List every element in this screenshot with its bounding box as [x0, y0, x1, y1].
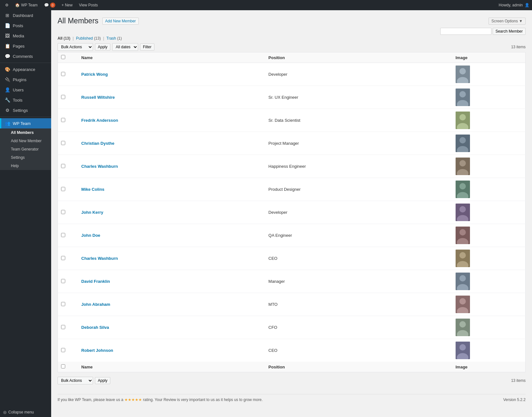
row-checkbox-13[interactable] — [61, 348, 65, 352]
row-checkbox-cell — [58, 155, 78, 178]
row-checkbox-10[interactable] — [61, 279, 65, 283]
wp-team-submenu: All Members Add New Member Team Generato… — [0, 128, 51, 170]
svg-point-37 — [459, 344, 466, 351]
member-name-link-3[interactable]: Fredrik Andersson — [81, 118, 118, 123]
sidebar-item-label: WP Team — [13, 121, 31, 126]
submenu-item-help[interactable]: Help — [0, 162, 51, 170]
comment-item[interactable]: 💬 0 — [42, 0, 58, 10]
sidebar-item-users[interactable]: 👤 Users — [0, 85, 51, 95]
appearance-icon: 🎨 — [4, 67, 10, 72]
member-avatar-8 — [456, 227, 470, 244]
member-name-link-5[interactable]: Charles Washburn — [81, 164, 118, 169]
dashboard-icon: ⊞ — [4, 13, 10, 18]
row-position-cell: Manager — [265, 270, 452, 293]
table-row: David Franklin Manager — [58, 270, 526, 293]
row-checkbox-7[interactable] — [61, 210, 65, 214]
sidebar-item-media[interactable]: 🖼 Media — [0, 31, 51, 41]
search-member-input[interactable] — [440, 28, 491, 35]
menu-separator-1 — [0, 63, 51, 63]
member-name-link-12[interactable]: Deborah Silva — [81, 325, 109, 330]
search-box: Search Member — [440, 28, 526, 35]
sidebar-item-label: Comments — [13, 54, 33, 59]
add-new-member-button[interactable]: Add New Member — [102, 18, 139, 25]
row-checkbox-2[interactable] — [61, 95, 65, 99]
apply-button-top[interactable]: Apply — [95, 43, 110, 50]
member-name-link-9[interactable]: Charles Washburn — [81, 256, 118, 261]
row-checkbox-11[interactable] — [61, 302, 65, 306]
comment-icon: 💬 — [44, 3, 49, 7]
footer-text-before: If you like WP Team, please leave us a — [58, 398, 123, 402]
row-checkbox-cell — [58, 201, 78, 224]
sidebar-item-tools[interactable]: 🔧 Tools — [0, 95, 51, 105]
apply-button-bottom[interactable]: Apply — [95, 377, 110, 384]
row-checkbox-5[interactable] — [61, 164, 65, 168]
bulk-actions-select-top[interactable]: Bulk Actions Move to Trash — [58, 43, 93, 51]
sidebar-item-posts[interactable]: 📄 Posts — [0, 20, 51, 31]
member-name-link-2[interactable]: Russell Wiltshire — [81, 95, 115, 100]
members-tbody: Patrick Wong Developer Russell Wilt — [58, 63, 526, 362]
member-name-link-7[interactable]: John Kerry — [81, 210, 103, 215]
row-checkbox-3[interactable] — [61, 118, 65, 122]
member-name-link-11[interactable]: John Abraham — [81, 302, 110, 307]
tab-all[interactable]: All (13) — [58, 36, 70, 41]
sidebar-item-dashboard[interactable]: ⊞ Dashboard — [0, 10, 51, 20]
users-icon: 👤 — [4, 87, 10, 92]
wp-logo-item[interactable]: ⚙ — [3, 0, 11, 10]
select-all-checkbox-bottom[interactable] — [61, 364, 65, 368]
row-checkbox-12[interactable] — [61, 325, 65, 329]
tab-trash[interactable]: Trash (1) — [106, 36, 122, 41]
row-checkbox-cell — [58, 63, 78, 86]
admin-bar: ⚙ 🏠 WP Team 💬 0 + New View Posts Howdy, … — [0, 0, 532, 10]
row-position-cell: Happiness Engineer — [265, 155, 452, 178]
header-name-col[interactable]: Name — [78, 52, 265, 63]
select-all-checkbox-top[interactable] — [61, 55, 65, 59]
sidebar-item-label: Posts — [13, 23, 23, 28]
view-posts-item[interactable]: View Posts — [76, 0, 100, 10]
tablenav-bottom: Bulk Actions Move to Trash Apply 13 item… — [58, 375, 526, 384]
member-avatar-3 — [456, 112, 470, 129]
avatar-svg-13 — [456, 342, 470, 359]
sidebar: ⊞ Dashboard 📄 Posts 🖼 Media 📋 Pages 💬 Co… — [0, 10, 51, 417]
member-name-link-1[interactable]: Patrick Wong — [81, 72, 108, 77]
sidebar-item-appearance[interactable]: 🎨 Appearance — [0, 64, 51, 74]
sidebar-item-plugins[interactable]: 🔌 Plugins — [0, 74, 51, 85]
collapse-menu-button[interactable]: ◎ Collapse menu — [0, 407, 51, 417]
submenu-item-settings[interactable]: Settings — [0, 153, 51, 162]
avatar-svg-4 — [456, 135, 470, 152]
sidebar-item-pages[interactable]: 📋 Pages — [0, 41, 51, 51]
header-position-col: Position — [265, 52, 452, 63]
footer-name-col[interactable]: Name — [78, 362, 265, 372]
row-checkbox-8[interactable] — [61, 233, 65, 237]
row-checkbox-6[interactable] — [61, 187, 65, 191]
member-name-link-13[interactable]: Robert Johnson — [81, 348, 113, 353]
bulk-actions-select-bottom[interactable]: Bulk Actions Move to Trash — [58, 377, 93, 384]
view-posts-label: View Posts — [79, 3, 98, 7]
row-checkbox-9[interactable] — [61, 256, 65, 260]
tablenav-top: Bulk Actions Move to Trash Apply All dat… — [58, 43, 526, 51]
new-item[interactable]: + New — [59, 0, 75, 10]
row-checkbox-1[interactable] — [61, 72, 65, 76]
member-name-link-10[interactable]: David Franklin — [81, 279, 110, 284]
member-position-9: CEO — [269, 256, 278, 261]
search-member-button[interactable]: Search Member — [493, 28, 526, 35]
member-position-12: CFO — [269, 325, 277, 330]
member-name-link-4[interactable]: Christian Dysthe — [81, 141, 114, 146]
member-position-8: QA Engineer — [269, 233, 292, 238]
row-image-cell — [452, 63, 526, 86]
submenu-item-all-members[interactable]: All Members — [0, 128, 51, 137]
submenu-item-team-generator[interactable]: Team Generator — [0, 145, 51, 153]
filter-button[interactable]: Filter — [140, 43, 154, 50]
sidebar-item-wp-team[interactable]: 👥 WP Team — [0, 118, 51, 128]
member-name-link-8[interactable]: John Doe — [81, 233, 100, 238]
screen-options-button[interactable]: Screen Options ▼ — [489, 18, 526, 25]
sidebar-item-settings[interactable]: ⚙ Settings — [0, 105, 51, 115]
rating-stars: ★★★★★ — [124, 398, 142, 402]
date-filter-select[interactable]: All dates — [112, 43, 138, 51]
sidebar-item-comments[interactable]: 💬 Comments — [0, 51, 51, 61]
tab-published[interactable]: Published (13) — [76, 36, 101, 41]
site-name-item[interactable]: 🏠 WP Team — [12, 0, 40, 10]
row-checkbox-4[interactable] — [61, 141, 65, 145]
submenu-item-add-new-member[interactable]: Add New Member — [0, 137, 51, 145]
member-name-link-6[interactable]: Mike Colins — [81, 187, 104, 192]
member-avatar-4 — [456, 135, 470, 152]
